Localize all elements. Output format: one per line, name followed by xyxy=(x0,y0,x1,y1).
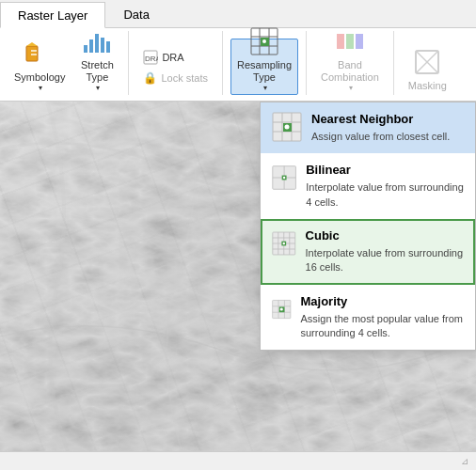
symbology-chevron: ▾ xyxy=(39,84,42,92)
svg-rect-6 xyxy=(95,34,99,53)
dra-group: DRA DRA 🔒 Lock stats xyxy=(136,31,223,95)
bilinear-icon xyxy=(272,163,296,193)
svg-rect-19 xyxy=(346,34,354,49)
cubic-title: Cubic xyxy=(306,228,464,244)
bilinear-text: Bilinear Interpolate value from surround… xyxy=(306,163,464,210)
ribbon: Symbology ▾ StretchType ▾ DR xyxy=(0,28,476,102)
symbology-icon xyxy=(24,39,55,69)
majority-text: Majority Assign the most popular value f… xyxy=(301,294,465,341)
band-group: BandCombination ▾ xyxy=(314,31,394,95)
lock-icon: 🔒 xyxy=(143,71,157,85)
symbology-label: Symbology xyxy=(14,71,65,84)
majority-title: Majority xyxy=(301,294,465,310)
stretch-type-icon xyxy=(82,26,112,56)
bilinear-desc: Interpolate value from surrounding 4 cel… xyxy=(306,180,464,210)
cubic-icon xyxy=(272,228,296,258)
status-bar: ⊿ xyxy=(0,451,476,470)
svg-point-45 xyxy=(283,243,285,244)
svg-rect-2 xyxy=(31,50,37,52)
masking-label: Masking xyxy=(408,80,447,92)
masking-icon xyxy=(412,47,442,77)
nearest-neighbor-text: Nearest Neighbor Assign value from close… xyxy=(311,112,450,144)
resampling-type-chevron: ▾ xyxy=(263,84,267,92)
dra-icon: DRA xyxy=(143,50,158,65)
tab-bar: Raster Layer Data xyxy=(0,0,476,28)
svg-text:DRA: DRA xyxy=(145,55,158,63)
svg-rect-20 xyxy=(356,34,363,49)
bilinear-title: Bilinear xyxy=(306,163,464,179)
band-combination-label: BandCombination xyxy=(321,59,379,84)
stretch-type-button[interactable]: StretchType ▾ xyxy=(73,39,120,95)
svg-rect-5 xyxy=(89,39,93,53)
nearest-neighbor-desc: Assign value from closest cell. xyxy=(311,130,450,144)
band-combination-chevron: ▾ xyxy=(349,84,353,92)
cubic-desc: Interpolate value from surrounding 16 ce… xyxy=(306,246,464,275)
resampling-type-icon xyxy=(249,26,279,56)
symbology-group: Symbology ▾ StretchType ▾ xyxy=(8,31,129,95)
nearest-neighbor-icon xyxy=(272,112,302,142)
svg-point-52 xyxy=(280,307,283,310)
svg-rect-4 xyxy=(84,45,87,53)
masking-button[interactable]: Masking xyxy=(402,39,453,95)
majority-desc: Assign the most popular value from surro… xyxy=(301,312,465,341)
dropdown-item-nearest-neighbor[interactable]: Nearest Neighbor Assign value from close… xyxy=(261,102,475,153)
dropdown-item-cubic[interactable]: Cubic Interpolate value from surrounding… xyxy=(261,219,475,285)
corner-resize-icon: ⊿ xyxy=(461,456,468,466)
lock-stats-label: Lock stats xyxy=(161,72,208,84)
svg-rect-3 xyxy=(31,54,37,55)
dra-small-group: DRA DRA 🔒 Lock stats xyxy=(136,39,214,95)
svg-rect-7 xyxy=(101,38,104,53)
cubic-text: Cubic Interpolate value from surrounding… xyxy=(306,228,464,275)
tab-data[interactable]: Data xyxy=(105,1,167,27)
svg-point-36 xyxy=(283,177,285,179)
resampling-type-label: ResamplingType xyxy=(237,59,292,84)
majority-icon xyxy=(272,294,292,324)
band-combination-icon xyxy=(335,26,365,56)
nearest-neighbor-title: Nearest Neighbor xyxy=(311,112,450,128)
svg-marker-1 xyxy=(26,42,38,46)
stretch-type-chevron: ▾ xyxy=(96,84,100,92)
dropdown-menu: Nearest Neighbor Assign value from close… xyxy=(260,102,476,351)
stretch-type-label: StretchType xyxy=(81,59,114,84)
band-combination-button[interactable]: BandCombination ▾ xyxy=(314,39,386,95)
dra-label: DRA xyxy=(162,52,183,63)
resampling-type-button[interactable]: ResamplingType ▾ xyxy=(230,39,298,95)
dropdown-item-majority[interactable]: Majority Assign the most popular value f… xyxy=(261,285,475,351)
dra-button[interactable]: DRA DRA xyxy=(136,47,214,68)
symbology-button[interactable]: Symbology ▾ xyxy=(8,39,71,95)
svg-rect-18 xyxy=(337,34,344,49)
svg-point-17 xyxy=(262,39,266,43)
resampling-group: ResamplingType ▾ xyxy=(230,31,307,95)
dropdown-item-bilinear[interactable]: Bilinear Interpolate value from surround… xyxy=(261,153,475,219)
map-area: Nearest Neighbor Assign value from close… xyxy=(0,102,476,470)
svg-rect-8 xyxy=(106,41,110,53)
tab-raster-layer[interactable]: Raster Layer xyxy=(0,2,105,28)
masking-group: Masking xyxy=(402,31,461,95)
lock-stats-button[interactable]: 🔒 Lock stats xyxy=(136,69,214,87)
svg-point-31 xyxy=(285,125,290,130)
